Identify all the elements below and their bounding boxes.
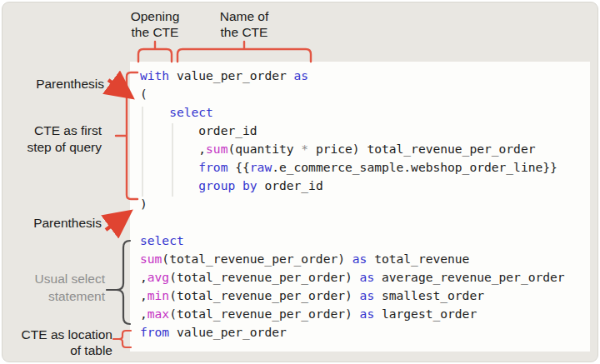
label-line: of table (2, 342, 112, 358)
code-line: ) (140, 195, 565, 213)
code-line: ( (140, 85, 565, 103)
label-cte-first-step: CTE as first step of query (8, 122, 102, 156)
code-line: from value_per_order (140, 323, 565, 342)
label-line: CTE as location (2, 327, 112, 342)
label-opening-the-cte: Opening the CTE (122, 8, 188, 40)
label-line: the CTE (122, 24, 188, 40)
code-line: select (140, 103, 565, 122)
label-line: statement (13, 287, 105, 305)
label-cte-location-of-table: CTE as location of table (2, 327, 112, 358)
code-line: order_id (140, 122, 565, 140)
code-line: ,max(total_revenue_per_order) as largest… (140, 305, 565, 323)
label-line: Opening (122, 8, 188, 24)
code-line: with value_per_order as (140, 67, 565, 85)
code-line: select (140, 232, 565, 250)
sql-code-block: with value_per_order as( select order_id… (140, 67, 565, 342)
code-line: from {{raw.e_commerce_sample.webshop_ord… (140, 158, 565, 177)
code-line: group by order_id (140, 177, 565, 195)
cte-annotated-diagram: with value_per_order as( select order_id… (0, 0, 600, 364)
code-line: ,sum(quantity * price) total_revenue_per… (140, 140, 565, 158)
label-parenthesis-close: Parenthesis (15, 215, 102, 231)
code-line: sum(total_revenue_per_order) as total_re… (140, 250, 565, 268)
label-line: Name of (210, 8, 278, 24)
label-line: Usual select (13, 270, 105, 287)
label-usual-select-statement: Usual select statement (13, 270, 105, 305)
label-line: the CTE (210, 24, 278, 40)
code-line: ,min(total_revenue_per_order) as smalles… (140, 287, 565, 305)
code-line: ,avg(total_revenue_per_order) as average… (140, 268, 565, 287)
code-line (140, 213, 565, 232)
label-parenthesis-open: Parenthesis (17, 76, 104, 92)
label-name-of-the-cte: Name of the CTE (210, 8, 278, 40)
label-line: CTE as first (8, 122, 102, 139)
label-line: step of query (8, 139, 102, 156)
